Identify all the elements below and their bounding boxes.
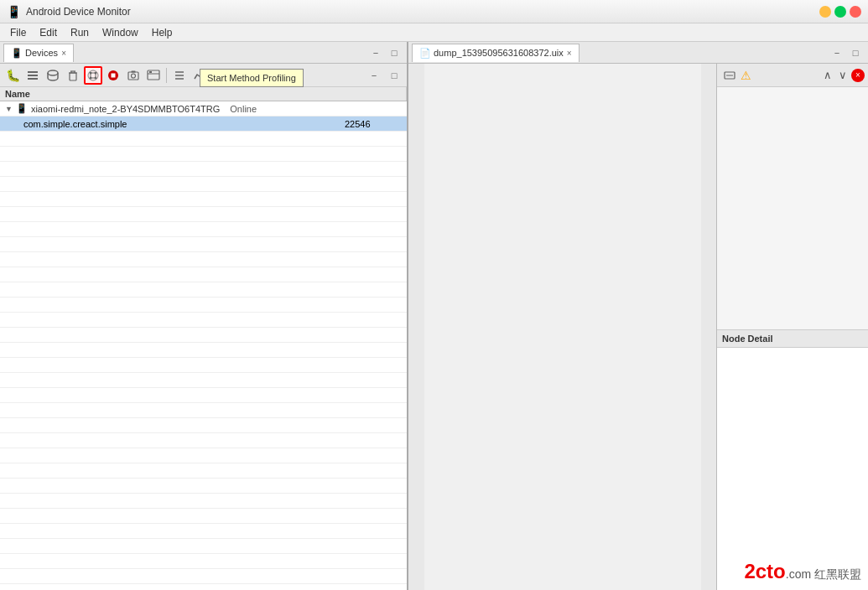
side-panel: ⚠ ∧ ∨ × Node Detail — [717, 64, 868, 590]
devices-toolbar: 🐛 — [0, 64, 407, 87]
window-controls — [819, 6, 861, 18]
dump-view-btn[interactable] — [144, 66, 163, 85]
empty-row — [0, 177, 407, 192]
close-btn[interactable] — [850, 6, 861, 18]
update-heap-btn[interactable] — [44, 66, 62, 85]
watermark-suffix: .com 红黑联盟 — [786, 567, 861, 581]
empty-row — [0, 539, 407, 554]
device-name-cell: ▼ 📱 xiaomi-redmi_note_2-BY4SDMMBTO6T4TRG… — [0, 103, 407, 114]
empty-row — [0, 509, 407, 524]
title-bar: 📱 Android Device Monitor — [0, 0, 868, 23]
empty-row — [0, 328, 407, 343]
update-threads-btn[interactable] — [23, 66, 42, 85]
app-title: Android Device Monitor — [26, 6, 819, 18]
empty-row — [0, 237, 407, 252]
empty-row — [0, 403, 407, 418]
empty-row — [0, 298, 407, 313]
dump-tab-label: dump_15395095631608372.uix — [434, 48, 564, 58]
svg-rect-20 — [128, 72, 138, 80]
process-row[interactable]: com.simple.creact.simple 22546 — [0, 116, 407, 132]
empty-row — [0, 448, 407, 463]
menu-item-help[interactable]: Help — [145, 25, 179, 40]
maximize-btn[interactable] — [834, 6, 846, 18]
devices-panel-maximize[interactable]: □ — [385, 44, 403, 62]
canvas-area — [408, 64, 717, 590]
minimize-btn[interactable] — [819, 6, 831, 18]
node-detail-area — [717, 348, 868, 590]
empty-row — [0, 282, 407, 298]
debug-btn[interactable]: 🐛 — [3, 66, 22, 85]
devices-panel-minimize[interactable]: − — [366, 44, 385, 62]
add-node-btn[interactable] — [720, 66, 739, 85]
menu-item-window[interactable]: Window — [96, 25, 145, 40]
empty-row — [0, 267, 407, 282]
stop-btn[interactable] — [104, 66, 122, 85]
method-profiling-btn[interactable] — [84, 66, 102, 85]
gc-btn[interactable] — [64, 66, 82, 85]
empty-row — [0, 207, 407, 222]
device-icon: 📱 — [16, 103, 28, 114]
empty-row — [0, 132, 407, 147]
svg-rect-22 — [132, 70, 136, 72]
col-header-name: Name — [0, 87, 407, 101]
device-status: Online — [230, 104, 257, 114]
device-row[interactable]: ▼ 📱 xiaomi-redmi_note_2-BY4SDMMBTO6T4TRG… — [0, 101, 407, 116]
dump-tab[interactable]: 📄 dump_15395095631608372.uix × — [412, 44, 580, 62]
dump-tab-icon: 📄 — [419, 48, 431, 59]
menu-item-edit[interactable]: Edit — [33, 25, 64, 40]
svg-rect-1 — [28, 75, 38, 76]
empty-row — [0, 418, 407, 433]
empty-row — [0, 147, 407, 162]
tree-area — [717, 87, 868, 329]
svg-rect-4 — [70, 73, 76, 80]
devices-tab-close[interactable]: × — [61, 49, 66, 58]
devices-tab[interactable]: 📱 Devices × — [3, 44, 74, 62]
svg-point-21 — [132, 74, 136, 78]
panels-row: 📱 Devices × − □ 🐛 — [0, 42, 868, 590]
main: 📱 Devices × − □ 🐛 — [0, 42, 868, 590]
empty-row — [0, 554, 407, 569]
toolbar-sep-1 — [166, 68, 167, 83]
empty-row — [0, 463, 407, 479]
empty-row — [0, 479, 407, 494]
expand-arrow-icon[interactable]: ▼ — [5, 105, 13, 113]
empty-row — [0, 358, 407, 373]
canvas-inner — [424, 64, 701, 590]
right-content: ⚠ ∧ ∨ × Node Detail — [408, 64, 868, 590]
panel-minimize2[interactable]: − — [365, 66, 383, 85]
empty-row — [0, 343, 407, 358]
dump-panel-minimize[interactable]: − — [828, 44, 846, 62]
empty-row — [0, 313, 407, 328]
svg-point-9 — [88, 70, 98, 80]
nav-down-btn[interactable]: ∨ — [836, 68, 850, 82]
app-icon: 📱 — [7, 5, 21, 18]
right-panel: 📄 dump_15395095631608372.uix × − □ — [408, 42, 868, 590]
empty-row — [0, 524, 407, 539]
process-name-cell: com.simple.creact.simple — [0, 119, 340, 129]
device-name: xiaomi-redmi_note_2-BY4SDMMBTO6T4TRG — [31, 104, 220, 114]
empty-row — [0, 162, 407, 177]
devices-table-body: ▼ 📱 xiaomi-redmi_note_2-BY4SDMMBTO6T4TRG… — [0, 101, 407, 590]
devices-tab-bar: 📱 Devices × − □ — [0, 42, 407, 64]
nav-up-btn[interactable]: ∧ — [821, 68, 834, 82]
empty-row — [0, 222, 407, 237]
svg-rect-0 — [28, 71, 38, 73]
svg-rect-2 — [28, 78, 38, 80]
menu-item-run[interactable]: Run — [64, 25, 96, 40]
dump-panel-maximize[interactable]: □ — [846, 44, 865, 62]
menu-item-file[interactable]: File — [3, 25, 33, 40]
heap-btn[interactable] — [190, 66, 209, 85]
devices-tab-icon: 📱 — [11, 48, 23, 59]
devices-tab-label: Devices — [25, 48, 58, 58]
threads-btn[interactable] — [170, 66, 189, 85]
dump-tab-close[interactable]: × — [567, 49, 572, 58]
panel-maximize2[interactable]: □ — [385, 66, 403, 85]
svg-rect-19 — [112, 73, 116, 77]
close-red-btn[interactable]: × — [851, 69, 865, 82]
watermark-text: 2cto — [744, 560, 785, 582]
screenshot-btn[interactable] — [124, 66, 143, 85]
side-toolbar-right: ∧ ∨ × — [821, 68, 865, 82]
menu-bar: File Edit Run Window Help — [0, 23, 868, 42]
process-name: com.simple.creact.simple — [23, 119, 127, 129]
empty-row — [0, 192, 407, 207]
